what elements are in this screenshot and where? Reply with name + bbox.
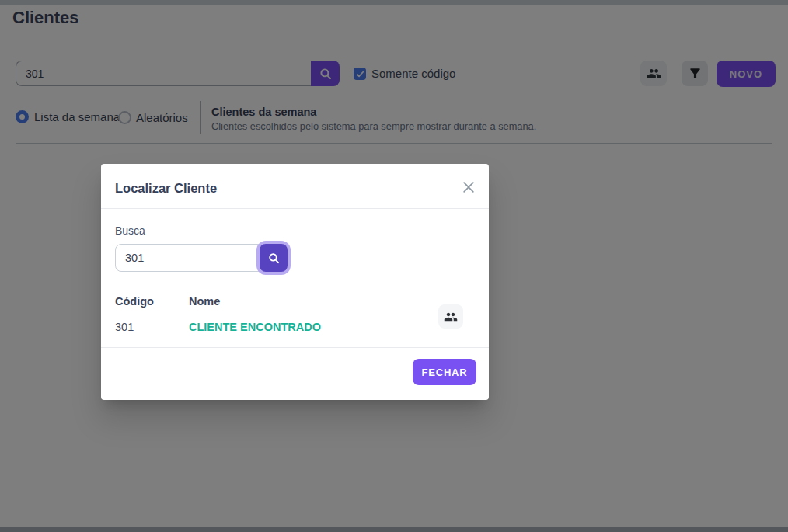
modal-header-divider: [101, 208, 489, 209]
fechar-button[interactable]: FECHAR: [413, 359, 476, 385]
column-header-nome: Nome: [189, 295, 220, 308]
modal-search-input[interactable]: [115, 244, 260, 272]
modal-search-button[interactable]: [260, 244, 288, 272]
localizar-cliente-modal: Localizar Cliente Busca Código Nome 301 …: [101, 164, 489, 400]
select-client-button[interactable]: [438, 304, 463, 329]
search-icon: [267, 252, 281, 265]
group-icon: [444, 310, 458, 324]
column-header-codigo: Código: [115, 295, 154, 308]
close-icon: [461, 179, 478, 195]
modal-title: Localizar Cliente: [115, 181, 217, 196]
result-row-codigo: 301: [115, 321, 134, 333]
modal-footer-divider: [101, 347, 489, 348]
result-row-nome: CLIENTE ENCONTRADO: [189, 321, 321, 333]
busca-label: Busca: [115, 224, 145, 237]
modal-close-button[interactable]: [461, 179, 478, 196]
